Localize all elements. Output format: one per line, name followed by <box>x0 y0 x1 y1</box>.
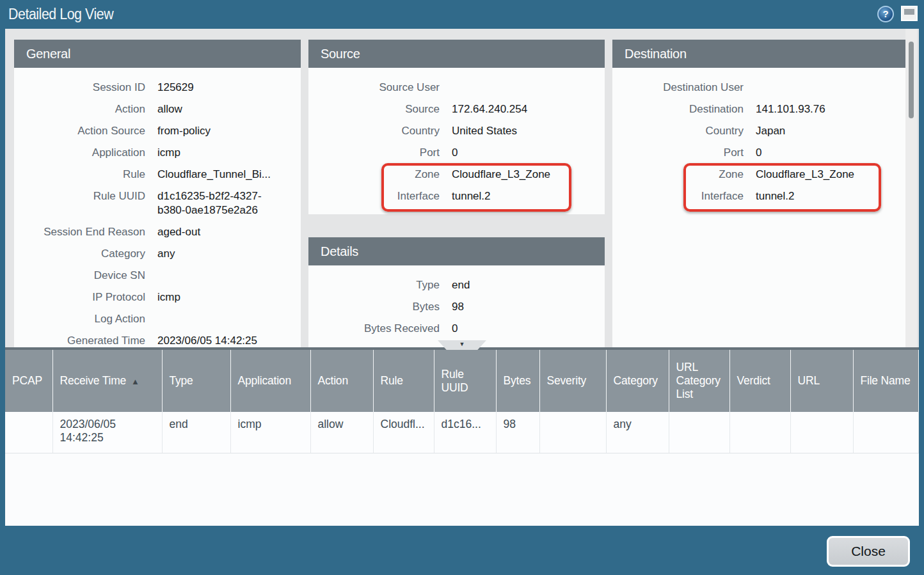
log-table: PCAP Receive Time▲ Type Application Acti… <box>5 350 919 453</box>
close-button[interactable]: Close <box>827 536 910 567</box>
field-row-destination-interface: Interface tunnel.2 <box>612 185 905 207</box>
field-label: Generated Time <box>14 334 145 347</box>
field-row-session-id: Session ID 125629 <box>14 77 301 98</box>
page-title: Detailed Log View <box>8 0 113 29</box>
column-header-rule[interactable]: Rule <box>373 350 434 412</box>
column-header-severity[interactable]: Severity <box>539 350 606 412</box>
field-label: Interface <box>612 189 744 203</box>
field-label: Bytes Received <box>308 322 440 336</box>
cell-severity[interactable] <box>539 412 606 453</box>
cell-action[interactable]: allow <box>310 412 373 453</box>
column-header-category[interactable]: Category <box>606 350 669 412</box>
source-panel: Source Source User Source 172.64.240.254… <box>308 40 605 214</box>
cell-verdict[interactable] <box>729 412 790 453</box>
field-row-session-end-reason: Session End Reason aged-out <box>14 221 301 243</box>
cell-rule-uuid[interactable]: d1c16... <box>434 412 496 453</box>
field-label: Action <box>14 102 145 116</box>
cell-receive-time[interactable]: 2023/06/05 14:42:25 <box>52 412 162 453</box>
field-row-ip-protocol: IP Protocol icmp <box>14 287 301 308</box>
cell-bytes[interactable]: 98 <box>496 412 539 453</box>
field-row-source-port: Port 0 <box>308 142 605 164</box>
field-value: tunnel.2 <box>756 189 795 203</box>
field-value: end <box>452 278 470 292</box>
field-row-source-user: Source User <box>308 77 605 98</box>
field-row-device-sn: Device SN <box>14 265 301 287</box>
maximize-window-icon[interactable] <box>901 6 918 21</box>
field-value: 172.64.240.254 <box>452 102 527 116</box>
source-panel-header: Source <box>308 40 605 68</box>
column-header-type[interactable]: Type <box>162 350 230 412</box>
field-value: 125629 <box>157 81 194 95</box>
column-header-bytes[interactable]: Bytes <box>496 350 539 412</box>
column-header-receive-time[interactable]: Receive Time▲ <box>52 350 162 412</box>
detail-region-scrollbar[interactable] <box>905 29 917 347</box>
field-row-type: Type end <box>308 274 605 296</box>
field-row-rule-uuid: Rule UUID d1c16235-b2f2-4327-b380-0ae187… <box>14 185 301 221</box>
field-row-source-interface: Interface tunnel.2 <box>308 185 605 207</box>
column-header-url[interactable]: URL <box>790 350 853 412</box>
field-label: Source User <box>308 81 440 95</box>
field-label: Country <box>308 124 440 138</box>
field-row-rule: Rule Cloudflare_Tunnel_Bi... <box>14 164 301 185</box>
column-header-verdict[interactable]: Verdict <box>729 350 790 412</box>
sort-ascending-icon: ▲ <box>131 377 139 386</box>
cell-type[interactable]: end <box>162 412 230 453</box>
help-icon[interactable]: ? <box>877 6 894 22</box>
column-header-url-category-list[interactable]: URL Category List <box>669 350 729 412</box>
field-label: Zone <box>612 168 744 182</box>
field-row-application: Application icmp <box>14 142 301 164</box>
general-panel-body: Session ID 125629 Action allow Action So… <box>14 68 301 347</box>
field-row-bytes-received: Bytes Received 0 <box>308 318 605 340</box>
field-value: 141.101.93.76 <box>756 102 825 116</box>
column-header-action[interactable]: Action <box>310 350 373 412</box>
column-header-pcap[interactable]: PCAP <box>5 350 52 412</box>
field-row-source: Source 172.64.240.254 <box>308 98 605 120</box>
details-panel-body: Type end Bytes 98 Bytes Received 0 <box>308 265 605 347</box>
cell-category[interactable]: any <box>606 412 669 453</box>
field-label: Zone <box>308 168 440 182</box>
column-header-rule-uuid[interactable]: Rule UUID <box>434 350 496 412</box>
field-label: Session ID <box>14 81 145 95</box>
field-label: Country <box>612 124 744 138</box>
log-table-header-row: PCAP Receive Time▲ Type Application Acti… <box>5 350 919 412</box>
field-value: Cloudflare_Tunnel_Bi... <box>157 168 271 182</box>
details-panel: Details Type end Bytes 98 Bytes Received… <box>308 237 605 347</box>
field-label: Bytes <box>308 300 440 314</box>
column-header-application[interactable]: Application <box>230 350 310 412</box>
field-label: Application <box>14 146 145 160</box>
field-value: any <box>157 247 175 261</box>
field-label: Rule UUID <box>14 189 145 217</box>
details-panel-header: Details <box>308 237 605 265</box>
field-row-destination-user: Destination User <box>612 77 905 98</box>
field-label: Port <box>612 146 744 160</box>
field-label: Interface <box>308 189 440 203</box>
field-value: Cloudflare_L3_Zone <box>452 168 550 182</box>
column-header-file-name[interactable]: File Name <box>853 350 919 412</box>
cell-file-name[interactable] <box>853 412 919 453</box>
field-row-destination-country: Country Japan <box>612 120 905 142</box>
field-row-bytes: Bytes 98 <box>308 296 605 318</box>
field-label: Action Source <box>14 124 145 138</box>
field-value: United States <box>452 124 517 138</box>
source-details-column: Source Source User Source 172.64.240.254… <box>308 40 605 347</box>
cell-pcap[interactable] <box>5 412 52 453</box>
field-label: Log Action <box>14 312 145 326</box>
field-row-action: Action allow <box>14 98 301 120</box>
cell-rule[interactable]: Cloudfl... <box>373 412 434 453</box>
cell-url[interactable] <box>790 412 853 453</box>
log-detail-region: General Session ID 125629 Action allow A… <box>5 29 919 347</box>
table-row[interactable]: 2023/06/05 14:42:25 end icmp allow Cloud… <box>5 412 919 453</box>
maximize-window-icon-glyph <box>904 9 914 15</box>
general-panel-header: General <box>14 40 301 68</box>
general-panel: General Session ID 125629 Action allow A… <box>14 40 301 347</box>
detail-region-scrollbar-thumb[interactable] <box>909 42 914 118</box>
destination-panel: Destination Destination User Destination… <box>612 40 905 347</box>
cell-application[interactable]: icmp <box>230 412 310 453</box>
field-label: Source <box>308 102 440 116</box>
field-row-log-action: Log Action <box>14 308 301 330</box>
field-label: Port <box>308 146 440 160</box>
destination-panel-header: Destination <box>612 40 905 68</box>
field-label: Category <box>14 247 145 261</box>
field-row-source-country: Country United States <box>308 120 605 142</box>
cell-url-category-list[interactable] <box>669 412 729 453</box>
